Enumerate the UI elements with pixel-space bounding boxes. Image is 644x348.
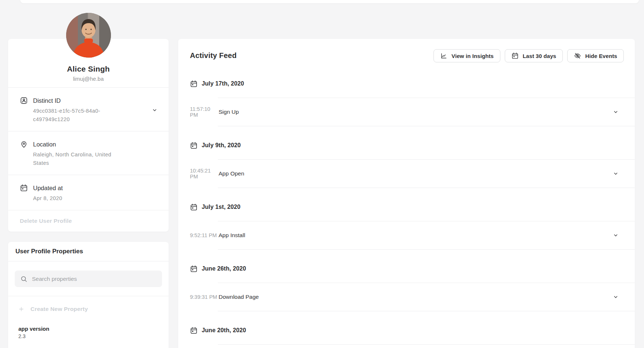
search-properties-box[interactable]	[15, 271, 162, 287]
date-header: July 1st, 2020	[190, 203, 623, 211]
event-row[interactable]: 11:57:10 PM Sign Up	[178, 98, 635, 126]
event-name: App Install	[219, 232, 613, 239]
profile-field-value: Raleigh, North Carolina, United States	[33, 151, 115, 167]
calendar-icon	[20, 184, 28, 192]
event-name: App Open	[219, 170, 613, 177]
date-header-label: June 26th, 2020	[202, 265, 246, 272]
hide-events-button[interactable]: Hide Events	[567, 49, 624, 62]
divider	[218, 126, 635, 126]
profile-field-value: 49cc0381-e1fc-57c5-84a0-c497949c1220	[33, 107, 115, 124]
date-header-label: July 17th, 2020	[202, 80, 244, 87]
date-group: July 17th, 2020 11:57:10 PM Sign Up	[178, 79, 635, 126]
profile-field-updated-at: Updated at Apr 8, 2020	[8, 175, 169, 210]
last-30-days-button[interactable]: Last 30 days	[505, 49, 563, 62]
profile-field-distinct-id: Distinct ID 49cc0381-e1fc-57c5-84a0-c497…	[8, 87, 169, 131]
date-group: June 20th, 2020	[178, 326, 635, 345]
search-properties-input[interactable]	[32, 276, 156, 282]
avatar-photo-illustration	[66, 13, 111, 58]
feed-actions: View in Insights Last 30 days Hide Event…	[433, 49, 624, 62]
date-header: June 20th, 2020	[190, 326, 623, 335]
activity-feed-card: Activity Feed View in Insights Last 30 d…	[178, 39, 635, 348]
create-new-property-label: Create New Property	[30, 306, 88, 312]
profile-field-value: Apr 8, 2020	[33, 194, 115, 203]
event-time: 11:57:10 PM	[190, 106, 219, 118]
divider	[218, 344, 635, 345]
divider	[218, 188, 635, 188]
properties-title: User Profile Properties	[8, 242, 169, 261]
user-email: limuj@he.ba	[8, 76, 169, 82]
id-badge-icon	[20, 97, 28, 105]
property-name: app version	[18, 326, 158, 332]
calendar-icon	[190, 80, 198, 88]
create-new-property-button[interactable]: Create New Property	[8, 296, 169, 320]
calendar-icon	[190, 327, 198, 334]
chevron-down-icon[interactable]	[613, 171, 619, 177]
button-label: Hide Events	[585, 53, 617, 59]
profile-field-label: Location	[33, 140, 159, 149]
profile-field-label: Updated at	[33, 184, 159, 192]
event-name: Download Page	[219, 294, 613, 300]
property-list-item[interactable]: app version 2.3	[8, 320, 169, 348]
divider	[218, 311, 635, 311]
button-label: Last 30 days	[523, 53, 556, 59]
avatar	[66, 13, 111, 58]
property-value: 2.3	[18, 333, 158, 339]
chevron-down-icon[interactable]	[613, 109, 619, 115]
event-time: 9:52:11 PM	[190, 232, 219, 238]
chevron-down-icon[interactable]	[150, 107, 159, 113]
activity-feed-title: Activity Feed	[190, 49, 237, 60]
event-time: 9:39:31 PM	[190, 294, 219, 300]
chevron-down-icon[interactable]	[613, 232, 619, 238]
date-header: June 26th, 2020	[190, 264, 623, 273]
profile-field-label: Distinct ID	[33, 96, 150, 105]
date-header-label: June 20th, 2020	[202, 327, 246, 334]
user-profile-card: Alice Singh limuj@he.ba Distinct ID 49cc…	[8, 39, 169, 232]
date-header: July 17th, 2020	[190, 79, 623, 88]
eye-off-icon	[574, 52, 581, 59]
line-chart-icon	[440, 52, 447, 59]
event-row[interactable]: 9:39:31 PM Download Page	[178, 283, 635, 311]
delete-user-profile-button[interactable]: Delete User Profile	[8, 210, 169, 232]
profile-field-location: Location Raleigh, North Carolina, United…	[8, 131, 169, 175]
calendar-icon	[190, 265, 198, 273]
calendar-icon	[190, 203, 198, 211]
location-pin-icon	[20, 140, 28, 148]
scrolled-header-remnant	[20, 0, 639, 3]
date-group: June 26th, 2020 9:39:31 PM Download Page	[178, 264, 635, 311]
event-time: 10:45:21 PM	[190, 168, 219, 180]
date-group: July 1st, 2020 9:52:11 PM App Install	[178, 203, 635, 250]
date-header-label: July 1st, 2020	[202, 204, 240, 210]
search-icon	[20, 275, 28, 283]
date-header: July 9th, 2020	[190, 141, 623, 150]
date-group: July 9th, 2020 10:45:21 PM App Open	[178, 141, 635, 188]
view-in-insights-button[interactable]: View in Insights	[433, 49, 500, 62]
calendar-icon	[511, 52, 519, 59]
date-header-label: July 9th, 2020	[202, 142, 241, 149]
event-name: Sign Up	[219, 109, 613, 115]
button-label: View in Insights	[451, 53, 494, 59]
divider	[218, 249, 635, 250]
chevron-down-icon[interactable]	[613, 294, 619, 300]
event-row[interactable]: 10:45:21 PM App Open	[178, 160, 635, 188]
calendar-icon	[190, 142, 198, 149]
user-profile-properties-card: User Profile Properties Create New Prope…	[8, 242, 169, 348]
plus-icon	[18, 306, 24, 312]
event-row[interactable]: 9:52:11 PM App Install	[178, 221, 635, 249]
